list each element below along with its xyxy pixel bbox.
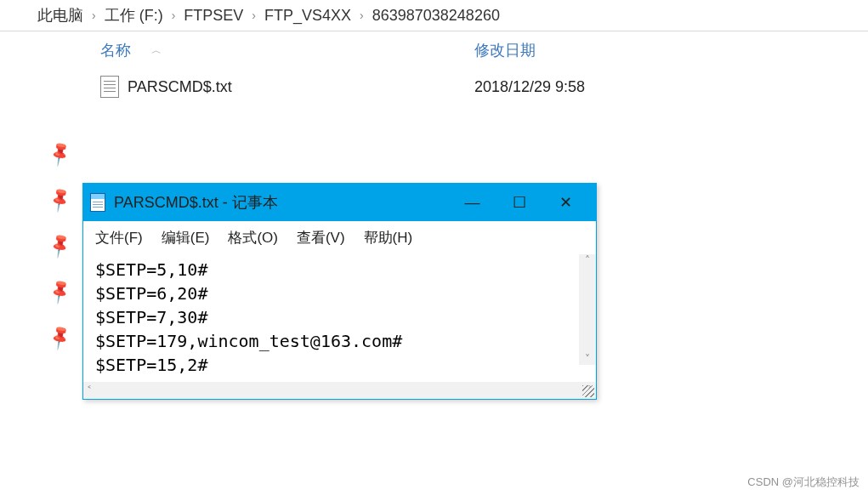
vertical-scrollbar[interactable]: ˄ ˅ bbox=[579, 254, 596, 365]
maximize-button[interactable]: ☐ bbox=[496, 184, 542, 221]
file-name: PARSCMD$.txt bbox=[128, 78, 232, 96]
close-button[interactable]: ✕ bbox=[542, 184, 589, 221]
sort-asc-icon: ︿ bbox=[151, 43, 162, 58]
header-modified[interactable]: 修改日期 bbox=[474, 40, 712, 60]
chevron-right-icon: › bbox=[247, 9, 261, 22]
pin-icon[interactable]: 📌 bbox=[45, 276, 74, 305]
scroll-up-icon[interactable]: ˄ bbox=[585, 254, 590, 266]
file-modified: 2018/12/29 9:58 bbox=[474, 78, 712, 96]
watermark: CSDN @河北稳控科技 bbox=[747, 475, 859, 490]
text-file-icon bbox=[100, 76, 119, 98]
menu-bar: 文件(F) 编辑(E) 格式(O) 查看(V) 帮助(H) bbox=[83, 221, 596, 254]
editor-content[interactable]: $SETP=5,10# $SETP=6,20# $SETP=7,30# $SET… bbox=[83, 254, 596, 382]
column-headers: 名称 ︿ 修改日期 bbox=[0, 31, 868, 69]
crumb-this-pc[interactable]: 此电脑 bbox=[34, 5, 87, 26]
menu-edit[interactable]: 编辑(E) bbox=[162, 228, 210, 248]
header-name-label: 名称 bbox=[100, 40, 131, 60]
notepad-window: PARSCMD$.txt - 记事本 — ☐ ✕ 文件(F) 编辑(E) 格式(… bbox=[82, 183, 597, 400]
horizontal-scrollbar[interactable]: ˂ ˃ bbox=[83, 382, 596, 399]
breadcrumb: 此电脑 › 工作 (F:) › FTPSEV › FTP_VS4XX › 863… bbox=[0, 0, 868, 31]
minimize-button[interactable]: — bbox=[449, 184, 496, 221]
file-row[interactable]: PARSCMD$.txt 2018/12/29 9:58 bbox=[0, 69, 868, 105]
menu-format[interactable]: 格式(O) bbox=[228, 228, 278, 248]
quick-access-pins: 📌 📌 📌 📌 📌 bbox=[49, 143, 71, 347]
crumb-ftp-vs4xx[interactable]: FTP_VS4XX bbox=[261, 7, 355, 25]
crumb-ftpsev[interactable]: FTPSEV bbox=[180, 7, 247, 25]
resize-grip-icon[interactable] bbox=[582, 385, 594, 397]
scroll-down-icon[interactable]: ˅ bbox=[585, 353, 590, 365]
pin-icon[interactable]: 📌 bbox=[45, 322, 74, 351]
crumb-drive[interactable]: 工作 (F:) bbox=[101, 5, 167, 26]
chevron-right-icon: › bbox=[87, 9, 101, 22]
window-title: PARSCMD$.txt - 记事本 bbox=[114, 192, 278, 213]
crumb-folder[interactable]: 863987038248260 bbox=[369, 7, 503, 25]
scroll-left-icon[interactable]: ˂ bbox=[87, 384, 92, 396]
menu-view[interactable]: 查看(V) bbox=[297, 228, 345, 248]
chevron-right-icon: › bbox=[355, 9, 369, 22]
chevron-right-icon: › bbox=[167, 9, 181, 22]
header-name[interactable]: 名称 ︿ bbox=[100, 40, 474, 60]
notepad-icon bbox=[90, 193, 105, 212]
pin-icon[interactable]: 📌 bbox=[45, 139, 74, 168]
menu-file[interactable]: 文件(F) bbox=[95, 228, 143, 248]
titlebar[interactable]: PARSCMD$.txt - 记事本 — ☐ ✕ bbox=[83, 184, 596, 221]
pin-icon[interactable]: 📌 bbox=[45, 185, 74, 213]
pin-icon[interactable]: 📌 bbox=[45, 230, 74, 259]
menu-help[interactable]: 帮助(H) bbox=[364, 228, 413, 248]
